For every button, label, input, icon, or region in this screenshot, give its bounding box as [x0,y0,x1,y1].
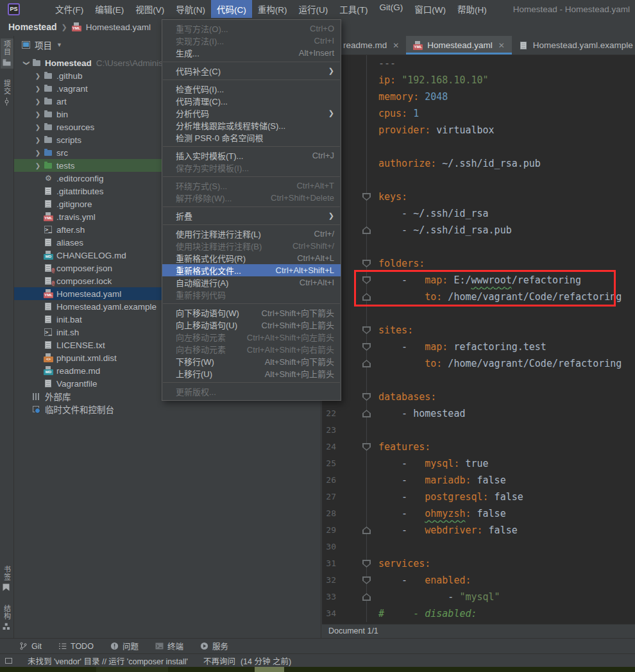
menu-item-分析代码[interactable]: 分析代码❯ [162,107,341,119]
tree-item-label: CHANGELOG.md [56,251,126,260]
tool-button-终端[interactable]: 终端 [155,640,183,652]
fold-open-marker-icon[interactable] [360,555,373,572]
fold-open-marker-icon[interactable] [360,255,373,272]
fold-open-marker-icon[interactable] [360,389,373,405]
close-tab-icon[interactable]: ✕ [498,41,505,50]
fold-open-marker-icon[interactable] [360,339,373,355]
fold-open-marker-icon[interactable] [360,572,373,589]
fold-close-marker-icon[interactable] [360,405,373,422]
menu-item-分析堆栈跟踪或线程转储(S)[interactable]: 分析堆栈跟踪或线程转储(S)... [162,119,341,131]
menu-item-重新格式化代码(R)[interactable]: 重新格式化代码(R)Ctrl+Alt+L [162,252,341,264]
fold-close-marker-icon[interactable] [360,589,373,605]
breadcrumb-project[interactable]: Homestead [8,22,56,32]
status-message: 未找到 'vendor' 目录 // 运行 'composer install' [28,655,188,667]
menu-item-检测 PSR-0 命名空间根[interactable]: 检测 PSR-0 命名空间根 [162,131,341,144]
menu-item-向上移动语句(U)[interactable]: 向上移动语句(U)Ctrl+Shift+向上箭头 [162,319,341,331]
chevron-collapsed-icon[interactable]: ❯ [32,111,44,118]
editor-tab-Homestead.yaml.example[interactable]: Homestead.yaml.example✕ [512,36,635,55]
menu-item-下移行(W)[interactable]: 下移行(W)Alt+Shift+向下箭头 [162,355,341,367]
line-number: 34 [322,605,336,622]
folder-icon [32,58,42,67]
line-number: 23 [322,422,336,439]
dont-ask-again-action[interactable]: 不再询问 [203,655,235,667]
fold-open-marker-icon[interactable] [360,439,373,455]
menubar-item[interactable]: 视图(V) [130,0,170,18]
menu-separator [163,62,340,62]
menu-item-向右移动元素: 向右移动元素Ctrl+Alt+Shift+向右箭头 [162,343,341,355]
menu-item-检查代码(I)[interactable]: 检查代码(I)... [162,83,341,95]
menubar-item[interactable]: 文件(F) [49,0,89,18]
window-restore-icon[interactable] [5,658,12,664]
menubar-item[interactable]: 工具(T) [334,0,373,18]
menu-item-向下移动语句(W)[interactable]: 向下移动语句(W)Ctrl+Shift+向下箭头 [162,307,341,319]
fold-close-marker-icon[interactable] [360,522,373,539]
code-text: provider: virtualbox [373,122,495,139]
tree-item-path: C:\Users\Administr [96,58,169,68]
chevron-collapsed-icon[interactable]: ❯ [32,162,44,169]
code-text: - map: E:/wwwroot/refactoring [373,272,581,289]
chevron-collapsed-icon[interactable]: ❯ [32,124,44,131]
fold-close-marker-icon[interactable] [360,355,373,372]
code-text: to: /home/vagrant/Code/refactoring [373,289,622,305]
chevron-down-icon[interactable]: ▼ [56,42,62,48]
code-editor[interactable]: 1---2ip: "192.168.10.10"3memory: 20484cp… [322,55,635,622]
tool-window-button-结构[interactable]: 结构 [1,603,13,633]
chevron-collapsed-icon[interactable]: ❯ [32,149,44,156]
chevron-collapsed-icon[interactable]: ❯ [32,85,44,92]
menubar-item[interactable]: Git(G) [374,0,409,18]
tree-item-label: init.bat [56,315,82,324]
tool-button-TODO[interactable]: TODO [58,642,94,651]
tool-window-button-项目[interactable]: 项目 [1,38,13,69]
menu-item-解开/移除(W): 解开/移除(W)...Ctrl+Shift+Delete [162,192,341,204]
code-text: - enabled: [373,572,471,589]
menubar-item[interactable]: 帮助(H) [452,0,493,18]
editor-line-17: 17sites: [322,322,635,339]
menu-item-折叠[interactable]: 折叠❯ [162,210,341,222]
tool-window-button-书签[interactable]: 书签 [1,564,13,594]
chevron-expanded-icon[interactable]: ❯ [23,57,30,69]
services-icon [200,642,208,650]
menu-item-使用行注释进行注释(L)[interactable]: 使用行注释进行注释(L)Ctrl+/ [162,228,341,240]
editor-line-12: 12 [322,239,635,255]
menubar-item[interactable]: 运行(U) [293,0,334,18]
menu-item-重新格式化文件[interactable]: 重新格式化文件...Ctrl+Alt+Shift+L [162,264,341,276]
terminal-icon [155,642,164,650]
fold-open-marker-icon[interactable] [360,189,373,205]
tool-button-问题[interactable]: 问题 [110,640,139,652]
code-text: to: /home/vagrant/Code/refactoring [373,355,622,372]
menubar-item[interactable]: 代码(C) [211,0,252,18]
menu-item-代码清理(C)[interactable]: 代码清理(C)... [162,95,341,107]
menu-item-环绕方式(S): 环绕方式(S)...Ctrl+Alt+T [162,180,341,192]
menubar-item[interactable]: 编辑(E) [89,0,130,18]
editor-tab-Homestead.yaml[interactable]: YMLHomestead.yaml✕ [406,36,511,55]
menu-item-上移行(U)[interactable]: 上移行(U)Alt+Shift+向上箭头 [162,367,341,380]
chevron-collapsed-icon[interactable]: ❯ [32,137,44,144]
fold-gutter [360,155,373,172]
breadcrumb-file[interactable]: Homestead.yaml [86,22,151,32]
tool-window-button-提交[interactable]: 提交 [1,78,13,108]
fold-gutter [360,305,373,322]
tool-button-label: 终端 [167,640,183,652]
close-tab-icon[interactable]: ✕ [393,41,399,50]
fold-close-marker-icon[interactable] [360,222,373,239]
menu-item-shortcut: Ctrl+Alt+T [296,181,334,190]
code-text: - mysql: true [373,455,489,472]
menu-item-代码补全(C)[interactable]: 代码补全(C)❯ [162,65,341,77]
tool-button-Git[interactable]: Git [19,642,42,651]
fold-close-marker-icon[interactable] [360,289,373,305]
fold-open-marker-icon[interactable] [360,272,373,289]
fold-gutter [360,122,373,139]
menubar-item[interactable]: 导航(N) [170,0,211,18]
menu-item-自动缩进行(A)[interactable]: 自动缩进行(A)Ctrl+Alt+I [162,276,341,289]
menu-item-生成[interactable]: 生成...Alt+Insert [162,47,341,59]
tree-item-临时文件和控制台[interactable]: 临时文件和控制台 [14,403,321,416]
chevron-collapsed-icon[interactable]: ❯ [32,72,44,80]
tool-button-服务[interactable]: 服务 [200,640,228,652]
chevron-collapsed-icon[interactable]: ❯ [32,98,44,105]
menu-item-插入实时模板(T)[interactable]: 插入实时模板(T)...Ctrl+J [162,149,341,162]
project-panel-title: 项目 [35,38,52,51]
menubar-item[interactable]: 重构(R) [252,0,293,18]
fold-open-marker-icon[interactable] [360,322,373,339]
menu-item-label: 解开/移除(W)... [176,192,232,204]
menubar-item[interactable]: 窗口(W) [409,0,452,18]
